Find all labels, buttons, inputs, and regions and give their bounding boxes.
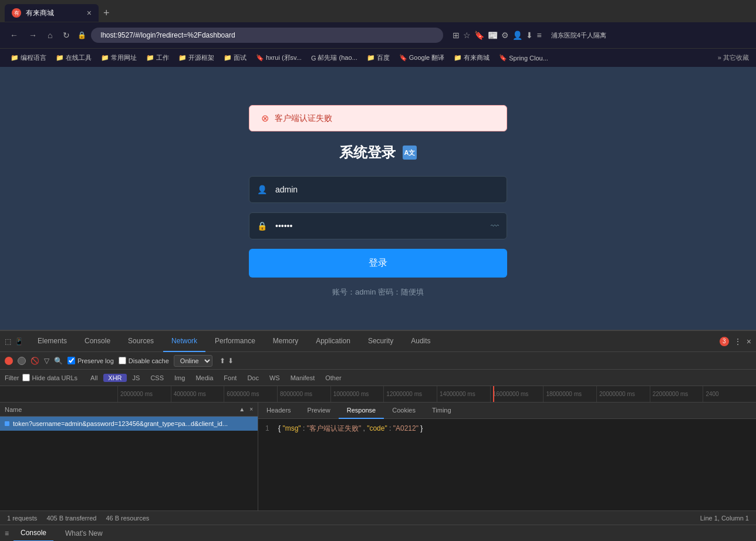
filter-manifest[interactable]: Manifest [286,374,320,382]
timeline-tick: 6000000 ms [224,386,277,403]
lock-input-icon: 🔒 [257,221,267,231]
sort-icon[interactable]: ▲ [239,406,245,412]
bookmark-item[interactable]: 📁百度 [363,52,393,63]
tab-performance[interactable]: Performance [207,331,264,352]
reload-button[interactable]: ↻ [60,28,73,42]
timeline-tick: 16000000 ms [490,386,544,403]
back-button[interactable]: ← [7,28,21,42]
response-tab-headers[interactable]: Headers [258,403,299,419]
response-tab-response[interactable]: Response [339,403,384,419]
filter-media[interactable]: Media [191,374,218,382]
more-bookmarks[interactable]: » 其它收藏 [718,53,749,62]
hide-data-urls-checkbox[interactable]: Hide data URLs [22,374,77,381]
bookmark-item[interactable]: 📁编程语言 [7,52,50,63]
filter-js[interactable]: JS [128,374,145,382]
filter-icon[interactable]: ▽ [44,357,49,365]
filter-bar: Filter Hide data URLs All XHR JS CSS Img… [0,370,756,386]
response-tab-preview[interactable]: Preview [299,403,339,419]
tab-elements[interactable]: Elements [29,331,75,352]
bookmark-item[interactable]: 📁面试 [220,52,250,63]
clear-icon[interactable]: 🚫 [31,357,39,365]
user-icon[interactable]: 👤 [512,31,522,40]
timeline-tick: 10000000 ms [330,386,384,403]
extensions-icon[interactable]: ⊞ [453,31,460,40]
timeline-tick: 14000000 ms [437,386,490,403]
devtools-inspect-icon[interactable]: ⬚ [5,337,11,346]
filter-doc[interactable]: Doc [242,374,264,382]
folder-icon: 📁 [11,54,19,62]
address-input[interactable] [91,28,443,43]
record-button[interactable] [5,357,13,365]
news-icon[interactable]: 📰 [488,31,498,40]
tab-memory[interactable]: Memory [265,331,306,352]
star-icon[interactable]: ☆ [463,31,471,40]
filter-img[interactable]: Img [170,374,190,382]
bookmark-item[interactable]: 🔖hxrui (邪sv... [252,52,305,63]
settings-icon[interactable]: ⚙ [501,31,509,40]
forward-button[interactable]: → [26,28,40,42]
home-button[interactable]: ⌂ [45,28,55,42]
response-content-area: 1 { "msg" : "客户端认证失败" , "code" : "A0212"… [258,419,756,510]
active-tab[interactable]: 有 有来商城 × [5,4,99,22]
request-method-indicator [5,421,9,426]
bookmark-item[interactable]: 📁常用网址 [97,52,140,63]
filter-ws[interactable]: WS [265,374,285,382]
password-toggle-eye-icon[interactable]: 〰 [491,221,499,231]
timeline-tick: 18000000 ms [543,386,596,403]
export-icon[interactable]: ⬇ [228,357,234,365]
import-icon[interactable]: ⬆ [220,357,225,365]
menu-icon[interactable]: ≡ [536,31,541,40]
bookmark-item[interactable]: 🔖Google 翻译 [396,52,448,63]
new-tab-button[interactable]: + [99,7,114,19]
tab-console[interactable]: Console [76,331,119,352]
tab-security[interactable]: Security [360,331,401,352]
devtools-device-icon[interactable]: 📱 [15,337,23,346]
filter-other[interactable]: Other [320,374,346,382]
bookmark-item[interactable]: 📁工作 [143,52,173,63]
throttle-dropdown[interactable]: Online [174,355,212,367]
tab-sources[interactable]: Sources [120,331,162,352]
bookmark-link-icon: 🔖 [499,54,507,62]
search-icon[interactable]: 🔍 [54,357,63,365]
browser-chrome: 有 有来商城 × + ← → ⌂ ↻ 🔒 ⊞ ☆ 🔖 📰 ⚙ 👤 ⬇ ≡ 浦东医… [0,0,756,67]
devtools-close-icon[interactable]: × [747,337,751,346]
request-list-panel: Name ▲ × token?username=admin&password=1… [0,403,258,510]
bookmarks-bar: 📁编程语言 📁在线工具 📁常用网址 📁工作 📁开源框架 📁面试 🔖hxrui (… [0,48,756,67]
filter-all[interactable]: All [86,374,102,382]
username-input[interactable] [249,176,507,203]
bookmark-icon[interactable]: 🔖 [474,31,484,40]
devtools-more-icon[interactable]: ⋮ [734,337,742,346]
json-colon-2: : [389,424,391,432]
tab-close-button[interactable]: × [87,8,92,18]
bookmark-item[interactable]: 📁开源框架 [175,52,218,63]
login-button[interactable]: 登录 [249,249,507,278]
bookmark-item[interactable]: 🔖Spring Clou... [495,53,552,63]
download-icon[interactable]: ⬇ [526,31,533,40]
password-input[interactable] [249,212,507,239]
console-tab[interactable]: Console [14,525,53,542]
json-colon-1: : [303,424,305,432]
bookmark-item[interactable]: 📁有来商城 [450,52,493,63]
response-tab-cookies[interactable]: Cookies [384,403,424,419]
whats-new-tab[interactable]: What's New [58,525,110,542]
filter-xhr[interactable]: XHR [103,374,126,382]
devtools-tab-bar: ⬚ 📱 Elements Console Sources Network Per… [0,331,756,352]
json-value-msg: "客户端认证失败" [307,424,362,432]
tab-audits[interactable]: Audits [403,331,438,352]
filter-css[interactable]: CSS [146,374,168,382]
user-input-icon: 👤 [257,185,267,194]
login-hint: 账号：admin 密码：随便填 [332,287,424,297]
preserve-log-checkbox[interactable]: Preserve log [68,357,114,364]
name-column-header: Name [5,406,234,413]
filter-font[interactable]: Font [219,374,241,382]
close-panel-icon[interactable]: × [249,406,253,412]
bookmark-item[interactable]: G郝先瑞 (hao... [308,52,361,63]
stop-button[interactable] [18,357,26,365]
bookmark-item[interactable]: 📁在线工具 [52,52,95,63]
tab-network[interactable]: Network [163,331,205,352]
console-menu-icon[interactable]: ≡ [5,529,9,537]
request-row[interactable]: token?username=admin&password=123456&gra… [0,417,258,431]
tab-application[interactable]: Application [308,331,359,352]
disable-cache-checkbox[interactable]: Disable cache [119,357,169,364]
response-tab-timing[interactable]: Timing [424,403,460,419]
